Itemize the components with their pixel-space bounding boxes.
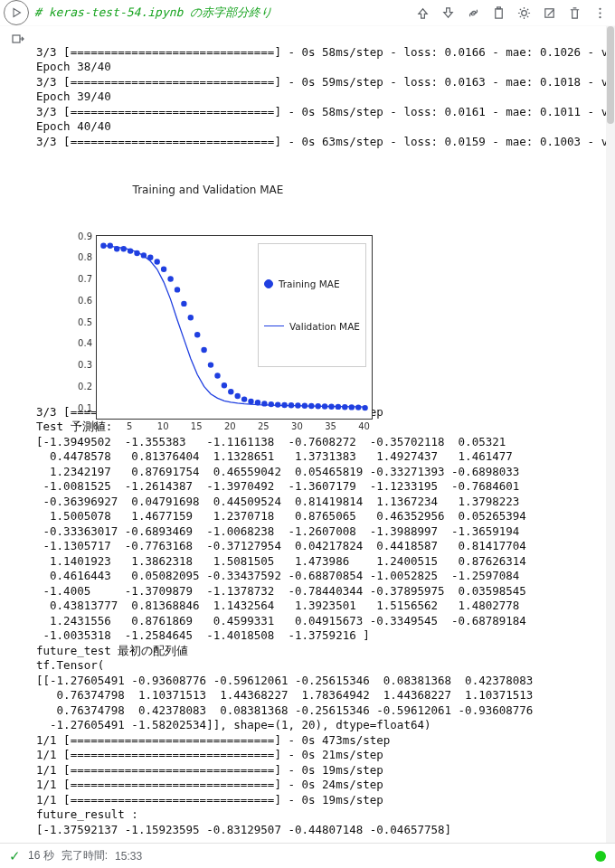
svg-point-8 xyxy=(599,16,601,18)
more-icon[interactable] xyxy=(590,3,610,23)
svg-rect-9 xyxy=(13,35,20,42)
svg-point-35 xyxy=(269,401,274,406)
svg-point-46 xyxy=(342,404,347,410)
svg-point-16 xyxy=(141,252,147,258)
svg-point-34 xyxy=(261,401,267,406)
mae-chart: Training and Validation MAE Training MAE… xyxy=(36,153,380,388)
svg-point-40 xyxy=(302,402,308,408)
svg-point-25 xyxy=(201,346,206,352)
svg-point-38 xyxy=(289,402,294,408)
y-tick-label: 0.9 xyxy=(71,230,92,245)
legend-item-1: Validation MAE xyxy=(289,320,360,333)
cell-output: 3/3 [==============================] - 0… xyxy=(36,26,615,843)
svg-point-14 xyxy=(128,248,133,253)
cell-header: # keras-test-54.ipynb の赤字部分終り xyxy=(0,0,615,26)
svg-rect-2 xyxy=(497,6,500,8)
y-tick-label: 0.5 xyxy=(71,316,92,331)
runtime-status-dot xyxy=(595,851,606,862)
svg-point-44 xyxy=(328,403,334,409)
svg-point-43 xyxy=(322,403,327,409)
svg-point-41 xyxy=(308,402,314,408)
svg-point-18 xyxy=(155,259,160,264)
scrollbar-thumb[interactable] xyxy=(607,26,614,124)
status-completed-label: 完了時間: xyxy=(62,848,108,863)
x-tick-label: 15 xyxy=(189,420,203,435)
legend-item-0: Training MAE xyxy=(279,278,340,290)
svg-rect-1 xyxy=(495,8,502,17)
play-icon xyxy=(11,7,22,18)
svg-point-48 xyxy=(355,404,361,410)
delete-icon[interactable] xyxy=(564,3,584,23)
svg-point-3 xyxy=(521,10,526,15)
svg-point-17 xyxy=(147,254,153,259)
x-tick-label: 0 xyxy=(89,420,103,435)
arrow-down-icon[interactable] xyxy=(438,3,458,23)
status-elapsed: 16 秒 xyxy=(28,848,54,863)
pre-chart-log: 3/3 [==============================] - 0… xyxy=(36,45,615,148)
x-tick-label: 25 xyxy=(256,420,270,435)
y-tick-label: 0.2 xyxy=(71,380,92,395)
svg-point-37 xyxy=(281,401,287,407)
svg-point-28 xyxy=(222,382,227,388)
chart-legend: Training MAE Validation MAE xyxy=(258,243,366,367)
svg-point-23 xyxy=(188,315,194,320)
output-panel: 3/3 [==============================] - 0… xyxy=(0,26,615,843)
x-tick-label: 20 xyxy=(222,420,237,435)
svg-point-15 xyxy=(134,250,139,255)
output-gutter xyxy=(0,26,36,843)
link-icon[interactable] xyxy=(463,3,483,23)
svg-point-6 xyxy=(599,7,601,9)
x-tick-label: 40 xyxy=(357,420,372,435)
y-tick-label: 0.4 xyxy=(71,336,92,352)
x-tick-label: 30 xyxy=(289,420,304,435)
svg-point-24 xyxy=(194,332,200,337)
svg-point-13 xyxy=(121,246,127,251)
svg-point-33 xyxy=(255,400,260,405)
gear-icon[interactable] xyxy=(514,3,534,23)
check-icon: ✓ xyxy=(9,848,21,864)
status-bar: ✓ 16 秒 完了時間: 15:33 xyxy=(0,843,615,868)
svg-point-12 xyxy=(114,246,119,251)
legend-line-icon xyxy=(264,326,284,326)
svg-point-20 xyxy=(167,276,173,281)
svg-rect-4 xyxy=(544,8,553,16)
arrow-up-icon[interactable] xyxy=(412,3,432,23)
x-tick-label: 35 xyxy=(324,420,338,435)
code-comment: # keras-test-54.ipynb の赤字部分終り xyxy=(34,5,412,21)
chart-title: Training and Validation MAE xyxy=(36,183,380,198)
svg-point-32 xyxy=(248,398,253,403)
y-tick-label: 0.8 xyxy=(71,250,92,266)
svg-point-30 xyxy=(235,392,241,398)
target-icon[interactable] xyxy=(539,3,559,23)
svg-point-21 xyxy=(175,287,180,292)
cell-toolbar xyxy=(412,3,610,23)
svg-point-22 xyxy=(181,300,186,306)
chart-plot-area: Training MAE Validation MAE xyxy=(96,235,373,420)
output-arrow-icon xyxy=(11,32,25,46)
svg-point-31 xyxy=(241,396,247,401)
y-tick-label: 0.7 xyxy=(71,272,92,288)
svg-point-39 xyxy=(295,402,300,408)
svg-point-36 xyxy=(275,401,280,407)
svg-point-42 xyxy=(316,403,321,409)
svg-point-27 xyxy=(214,373,220,378)
svg-line-5 xyxy=(547,9,554,15)
x-tick-label: 5 xyxy=(122,420,137,435)
clipboard-icon[interactable] xyxy=(488,3,508,23)
run-cell-button[interactable] xyxy=(4,0,29,25)
scrollbar-track[interactable] xyxy=(606,26,615,843)
svg-point-47 xyxy=(349,404,355,410)
svg-marker-0 xyxy=(14,9,21,17)
svg-point-19 xyxy=(161,266,166,271)
legend-dot-icon xyxy=(264,279,273,288)
x-tick-label: 10 xyxy=(156,420,170,435)
post-chart-log: 3/3 [==============================] - 1… xyxy=(36,405,533,836)
svg-point-11 xyxy=(108,242,113,248)
svg-point-49 xyxy=(362,404,367,410)
svg-point-10 xyxy=(100,242,106,248)
y-tick-label: 0.3 xyxy=(71,358,92,373)
status-completed-time: 15:33 xyxy=(115,850,142,863)
svg-point-29 xyxy=(228,389,233,394)
y-tick-label: 0.6 xyxy=(71,294,92,309)
svg-point-26 xyxy=(208,362,213,367)
